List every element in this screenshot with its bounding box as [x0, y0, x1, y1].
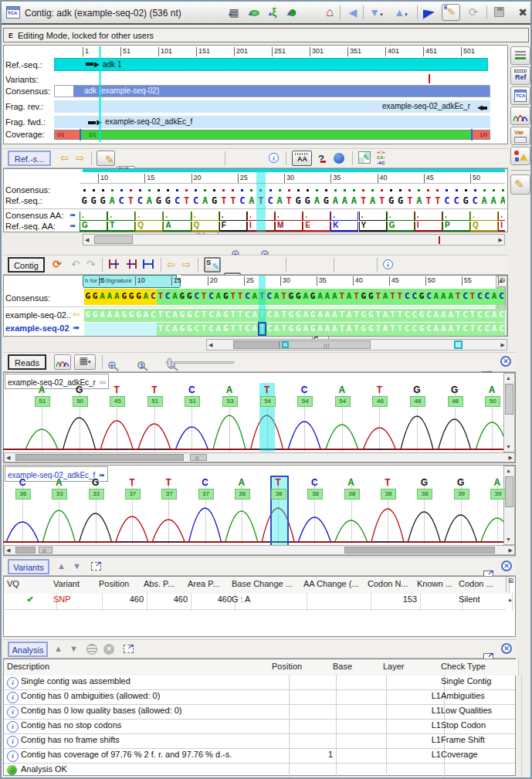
ref-seq-bar[interactable]: ► adk 1 — [54, 58, 488, 71]
analysis-column-header[interactable]: Check Type — [438, 659, 519, 676]
jump-icon[interactable] — [423, 7, 435, 19]
variant-tick[interactable] — [429, 74, 430, 83]
reads-close-icon[interactable]: ✕ — [500, 356, 511, 367]
next-disagreement-icon[interactable]: ⇨ — [182, 257, 191, 273]
analysis-row[interactable]: Contig has 0 ambiguities (allowed: 0)L1A… — [4, 689, 515, 705]
edit-sequence-button[interactable]: S✎ — [204, 257, 221, 273]
reads-zoom-slider[interactable] — [165, 361, 235, 364]
reads-zoom-reset-icon[interactable]: 1 — [137, 361, 145, 369]
analysis-row[interactable]: Contig has 0 low quality bases (allowed:… — [4, 704, 515, 720]
export-object-icon[interactable]: ▲ — [246, 5, 263, 20]
scroll-right-icon[interactable]: ▶ — [501, 340, 505, 350]
scroll-left-icon[interactable]: ◀ — [85, 235, 89, 245]
consensus-aa-frame-icon[interactable]: ➠ — [69, 211, 76, 219]
variants-column-header[interactable]: Abs. P... — [141, 577, 188, 594]
analysis-view-icon[interactable] — [510, 147, 530, 165]
tab-refseq[interactable]: Ref.-s... — [8, 151, 51, 166]
scroll-right-icon[interactable]: ▶ — [499, 235, 503, 245]
contig-read2-row[interactable]: TCAGGCTCAGTTCATCATGGAGAAATATGGTATTCCGCAA… — [84, 323, 505, 336]
unknown-base-icon[interactable]: ? — [318, 151, 324, 165]
edit-base-button[interactable]: ✎ — [97, 151, 115, 166]
tab-variants[interactable]: Variants — [8, 559, 49, 574]
ref-view-icon[interactable]: Ref — [510, 66, 530, 85]
nav-down-icon[interactable]: ▼▾ — [368, 5, 385, 20]
tab-reads[interactable]: Reads — [8, 354, 46, 370]
variants-export-icon[interactable] — [91, 562, 101, 571]
contig-read1-row[interactable]: GGAAAGGGACTCAGGCTCAGTTCATCATGGAGAAATATGG… — [84, 309, 505, 322]
chromatogram-view-icon[interactable] — [510, 107, 530, 125]
refseq-sequence-row[interactable]: GGGACTCAGGCTCAGTTCATCATGGAGAAATATGGTATTC… — [80, 195, 505, 208]
read1-vscrollbar[interactable]: ▲ ▼ — [503, 373, 515, 452]
analysis-export-icon[interactable] — [124, 645, 134, 653]
variants-column-header[interactable]: Codon N... — [364, 577, 418, 594]
consensus-aa-row[interactable]: ................ — [80, 211, 505, 221]
prev-disagreement-icon[interactable]: ⇦ — [167, 257, 175, 273]
frag-fwd-bar[interactable]: ► example-seq-02_adkEc_f — [54, 116, 490, 128]
close-icon[interactable]: ✖ — [514, 5, 531, 20]
read1-hscrollbar[interactable]: ◀ ||| ▶ — [4, 452, 515, 462]
analysis-close-icon[interactable]: ✕ — [501, 643, 512, 654]
analysis-filter-icon[interactable] — [86, 644, 97, 655]
tab-contig[interactable]: Contig — [8, 257, 45, 273]
codon-edit-icon[interactable]: ✎ — [358, 151, 371, 164]
nav-up-icon[interactable]: ▲▾ — [392, 5, 409, 20]
contig-info-icon[interactable]: i — [383, 259, 393, 269]
variants-column-header[interactable]: Base Change ... — [229, 577, 304, 594]
home-icon[interactable]: ⌂ — [321, 5, 338, 20]
contig-consensus-row[interactable]: GGAAAGGGACTCAGGCTCAGTTCATCATGGAGAAATATGG… — [84, 289, 505, 305]
analysis-column-header[interactable]: Description — [4, 659, 273, 676]
variants-scroll-up-icon[interactable]: ▲ — [507, 595, 513, 605]
analysis-column-header[interactable]: Layer — [380, 659, 442, 676]
variants-down-icon[interactable]: ▼ — [73, 561, 81, 571]
export-table-icon[interactable]: ▦▲ — [225, 5, 242, 20]
variants-column-header[interactable]: Codon ... — [456, 577, 510, 594]
read1-trace-area[interactable]: A51G50T45T51C51A53T54C54A54T46G48G48A50 — [3, 372, 505, 452]
prev-variant-icon[interactable]: ⇦ — [60, 151, 69, 166]
redo-icon[interactable]: ↷ — [86, 258, 96, 270]
reassemble-icon[interactable]: ⟳ — [53, 258, 62, 270]
tab-analysis[interactable]: Analysis — [8, 642, 48, 657]
refseq-aa-row[interactable]: GTQAQFIMEKYGIPQI — [80, 222, 505, 232]
overview-view-icon[interactable] — [510, 46, 530, 65]
variants-column-header[interactable]: Position — [96, 577, 144, 594]
export-sample-icon[interactable]: ☻▲ — [284, 5, 301, 20]
analysis-row[interactable]: Contig has coverage of 97.76 % 2 f. r. a… — [4, 748, 515, 764]
trim-right-icon[interactable] — [125, 259, 137, 269]
scroll-left-icon[interactable]: ◀ — [208, 340, 212, 350]
annotation-pen-icon[interactable]: ✎ — [510, 174, 530, 195]
variants-column-header[interactable]: AA Change (... — [300, 577, 368, 594]
export-dna-icon[interactable]: ξ▲ — [266, 5, 283, 20]
refresh-icon[interactable]: ⟳ — [465, 5, 482, 20]
codon-usage-icon[interactable]: +□+CA--AC — [377, 150, 385, 166]
consensus-bar[interactable]: adk (example-seq-02) — [54, 85, 490, 97]
edit-mode-button[interactable]: E ✎ — [442, 4, 460, 21]
save-icon[interactable] — [494, 7, 504, 17]
analysis-row[interactable]: Contig has no stop codonsL1Stop Codoni — [4, 719, 515, 734]
undo-icon[interactable]: ↶ — [71, 258, 80, 270]
contig-read1-label[interactable]: example-seq-02.. — [5, 310, 71, 320]
aa-ruler-button[interactable]: AA — [292, 151, 312, 166]
contig-hscrollbar[interactable]: ◀ ||| ▶ — [206, 339, 507, 351]
nav-back-icon[interactable]: ◀ — [344, 5, 361, 20]
analysis-row[interactable]: Contig has no frame shiftsL1Frame Shifti — [4, 733, 515, 749]
analysis-column-header[interactable]: Base — [330, 659, 384, 676]
analysis-column-header[interactable]: Position — [269, 659, 334, 676]
variant-row[interactable]: ✔SNP460460460G : A153Silent — [4, 593, 506, 610]
reads-zoom-in-icon[interactable]: + — [108, 361, 116, 369]
refseq-consensus-dots-row[interactable] — [80, 185, 505, 195]
refseq-aa-frame-icon[interactable]: ➠ — [69, 222, 76, 230]
analysis-up-icon[interactable]: ▲ — [54, 644, 63, 653]
variants-close-icon[interactable]: ✕ — [501, 561, 512, 571]
trace-display-button[interactable] — [54, 354, 71, 370]
variants-column-header[interactable]: Known ... — [414, 577, 459, 594]
analysis-clear-icon[interactable]: ✕ — [103, 644, 114, 655]
analysis-down-icon[interactable]: ▼ — [69, 644, 78, 653]
variants-column-picker-icon[interactable]: ⊞ — [506, 577, 515, 592]
trim-both-icon[interactable] — [142, 259, 154, 269]
trim-left-icon[interactable] — [108, 259, 120, 269]
trace-options-button[interactable]: ▦▾ — [74, 354, 96, 370]
frag-rev-bar[interactable]: example-seq-02_adkEc_r ► — [54, 100, 490, 113]
variants-up-icon[interactable]: ▲ — [57, 561, 66, 571]
variants-column-header[interactable]: VQ — [4, 577, 54, 594]
read2-hscrollbar[interactable]: ◀ ||| ▶ — [4, 545, 515, 555]
